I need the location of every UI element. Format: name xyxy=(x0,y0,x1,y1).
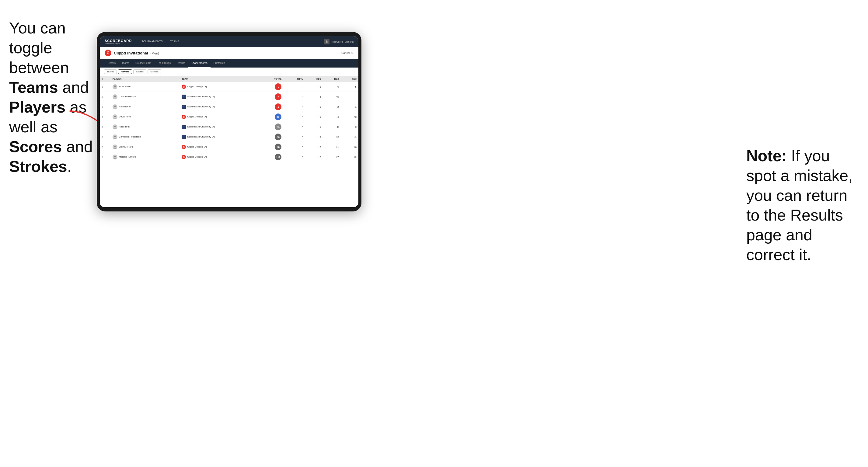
cell-rd3: -4 xyxy=(340,92,359,102)
player-avatar xyxy=(113,145,118,149)
svg-point-8 xyxy=(114,146,116,147)
cell-team: ▪Scoreboard University [A] xyxy=(180,102,259,112)
cell-rd1: +1 xyxy=(305,112,323,122)
cell-rank: 3 xyxy=(100,102,111,112)
team-logo-icon: C xyxy=(182,155,186,159)
score-badge: +6 xyxy=(275,133,281,140)
cancel-button[interactable]: Cancel ✕ xyxy=(341,52,353,55)
cell-team: CClippd College [A] xyxy=(180,152,259,162)
tournament-title: Clippd Invitational (Men) xyxy=(114,51,159,55)
cell-player: Rees Britt xyxy=(111,122,180,132)
cell-total: -2 xyxy=(259,102,284,112)
player-avatar xyxy=(113,94,118,99)
cell-rd2: -6 xyxy=(323,82,341,92)
tablet-frame: SCOREBOARD Powered by clippd TOURNAMENTS… xyxy=(97,32,362,212)
table-header-row: # PLAYER TEAM TOTAL THRU RD1 RD2 RD3 xyxy=(100,76,359,82)
sign-out-link[interactable]: Sign out xyxy=(345,40,353,43)
tab-bar: Details Teams Course Setup Tee Groups Re… xyxy=(100,59,359,67)
cell-player: Marcus Turners xyxy=(111,152,180,162)
user-icon xyxy=(324,39,330,44)
toggle-strokes[interactable]: Strokes xyxy=(148,69,161,74)
table-row: 3Rich Butler▪Scoreboard University [A]-2… xyxy=(100,102,359,112)
player-avatar xyxy=(113,115,118,119)
cell-total: E xyxy=(259,112,284,122)
cell-player: Cameron Robertson xyxy=(111,132,180,142)
tab-course-setup[interactable]: Course Setup xyxy=(132,59,154,67)
cell-team: ▪Scoreboard University [A] xyxy=(180,92,259,102)
team-logo-icon: ▪ xyxy=(182,135,186,139)
tab-leaderboards[interactable]: Leaderboards xyxy=(188,59,210,67)
toggle-teams[interactable]: Teams xyxy=(104,69,117,74)
cell-rd1: +2 xyxy=(305,152,323,162)
tab-tee-groups[interactable]: Tee Groups xyxy=(154,59,174,67)
nav-right: Test User | Sign out xyxy=(324,39,353,44)
player-avatar xyxy=(113,104,118,109)
col-player: PLAYER xyxy=(111,76,180,82)
team-logo-icon: C xyxy=(182,115,186,119)
cell-rd3: +2 xyxy=(340,152,359,162)
cell-rank: 5 xyxy=(100,122,111,132)
nav-links: TOURNAMENTS TEAMS xyxy=(138,36,324,47)
cell-rd1: -5 xyxy=(305,92,323,102)
cell-rd2: +1 xyxy=(323,142,341,152)
table-row: 7Blair McHargCClippd College [A]+8F+2+1+… xyxy=(100,142,359,152)
score-badge: +8 xyxy=(275,144,281,150)
cell-thru: F xyxy=(283,102,305,112)
col-thru: THRU xyxy=(283,76,305,82)
team-logo-icon: ▪ xyxy=(182,95,186,99)
cell-total: +8 xyxy=(259,142,284,152)
cell-team: ▪Scoreboard University [A] xyxy=(180,132,259,142)
tablet-screen: SCOREBOARD Powered by clippd TOURNAMENTS… xyxy=(100,36,359,207)
cell-rd2: +7 xyxy=(323,152,341,162)
nav-tournaments[interactable]: TOURNAMENTS xyxy=(138,36,166,47)
cell-rd2: -4 xyxy=(323,112,341,122)
score-badge: -8 xyxy=(275,83,281,90)
col-total: TOTAL xyxy=(259,76,284,82)
score-badge: E xyxy=(275,114,281,120)
players-table: # PLAYER TEAM TOTAL THRU RD1 RD2 RD3 1El… xyxy=(100,76,359,162)
cell-thru: F xyxy=(283,142,305,152)
cell-rank: 8 xyxy=(100,152,111,162)
toggle-players[interactable]: Players xyxy=(118,69,132,74)
cell-rank: 4 xyxy=(100,112,111,122)
logo-area: SCOREBOARD Powered by clippd xyxy=(105,39,132,44)
toggle-scores[interactable]: Scores xyxy=(133,69,146,74)
cell-team: CClippd College [A] xyxy=(180,112,259,122)
nav-teams[interactable]: TEAMS xyxy=(166,36,183,47)
left-annotation: You can toggle between Teams and Players… xyxy=(9,18,97,177)
score-badge: -2 xyxy=(275,103,281,110)
svg-point-4 xyxy=(114,105,116,107)
cell-player: Rich Butler xyxy=(111,102,180,112)
team-logo-icon: C xyxy=(182,145,186,149)
cell-rd3: +6 xyxy=(340,142,359,152)
score-badge: +1 xyxy=(275,124,281,130)
clippd-logo: C xyxy=(105,50,111,56)
svg-point-9 xyxy=(114,156,116,157)
tab-teams[interactable]: Teams xyxy=(119,59,132,67)
cell-rd1: +1 xyxy=(305,122,323,132)
tab-details[interactable]: Details xyxy=(105,59,119,67)
cell-rd1: +5 xyxy=(305,132,323,142)
table-row: 8Marcus TurnersCClippd College [A]+11F+2… xyxy=(100,152,359,162)
nav-bar: SCOREBOARD Powered by clippd TOURNAMENTS… xyxy=(100,36,359,47)
score-badge: +11 xyxy=(275,154,281,160)
score-badge: -4 xyxy=(275,93,281,100)
player-avatar xyxy=(113,155,118,159)
cell-rd1: +2 xyxy=(305,142,323,152)
col-rd2: RD2 xyxy=(323,76,341,82)
tournament-header: C Clippd Invitational (Men) Cancel ✕ xyxy=(100,47,359,59)
cell-thru: F xyxy=(283,132,305,142)
team-logo-icon: ▪ xyxy=(182,105,186,109)
col-rank: # xyxy=(100,76,111,82)
cell-rank: 2 xyxy=(100,92,111,102)
cell-thru: F xyxy=(283,82,305,92)
tab-results[interactable]: Results xyxy=(174,59,188,67)
svg-point-3 xyxy=(114,96,116,97)
team-logo-icon: C xyxy=(182,85,186,89)
tournament-title-area: C Clippd Invitational (Men) xyxy=(105,50,159,56)
tab-printables[interactable]: Printables xyxy=(211,59,228,67)
cell-rank: 6 xyxy=(100,132,111,142)
player-avatar xyxy=(113,84,118,89)
cell-player: Chris Robertson xyxy=(111,92,180,102)
svg-point-6 xyxy=(114,126,116,127)
